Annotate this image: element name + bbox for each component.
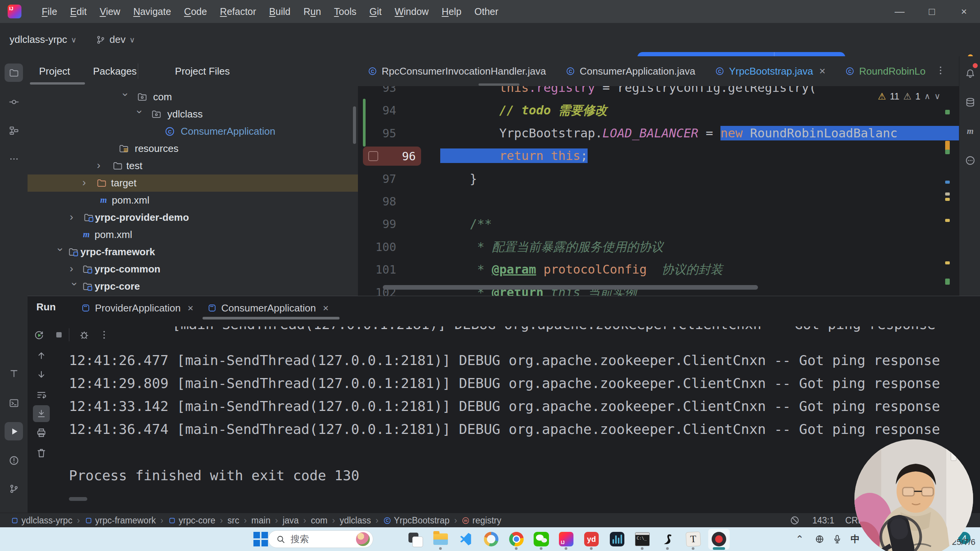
menu-help[interactable]: Help [435, 0, 468, 23]
tray-mic-button[interactable] [828, 530, 846, 548]
tree-item-yrpc-common[interactable]: ›yrpc-common [28, 261, 358, 278]
typora-button[interactable]: T [684, 530, 702, 548]
menu-build[interactable]: Build [263, 0, 297, 23]
tree-item-pom.xml[interactable]: mpom.xml [28, 226, 358, 243]
menu-navigate[interactable]: Navigate [127, 0, 178, 23]
breadcrumb-ydlclass[interactable]: ydlclass [340, 515, 371, 526]
chevron-down-icon[interactable]: › [120, 93, 131, 101]
run-tab-consumerapplication[interactable]: ConsumerApplication × [207, 296, 328, 320]
tree-item-ydlclass[interactable]: ›ydlclass [28, 106, 358, 123]
structure-tool-button[interactable] [5, 121, 23, 140]
screen-recorder-button[interactable] [710, 530, 728, 548]
tree-item-yrpc-provider-demo[interactable]: ›yrpc-provider-demo [28, 209, 358, 226]
todo-tool-button[interactable] [5, 364, 23, 383]
console-output[interactable]: [main-SendThread(127.0.0.1:2181)] DEBUG … [57, 326, 980, 509]
next-problem-icon[interactable]: ∨ [934, 91, 940, 101]
soft-wrap-button[interactable] [33, 386, 50, 403]
menu-other[interactable]: Other [468, 0, 505, 23]
console-hscrollbar[interactable] [69, 497, 87, 501]
inspections-widget[interactable]: ⚠11 ⚠1 ∧ ∨ [878, 91, 941, 102]
code-line-95[interactable]: YrpcBootstrap.LOAD_BALANCER = new RoundR… [440, 122, 959, 145]
close-tab-icon[interactable]: × [819, 65, 825, 77]
scroll-to-end-button[interactable] [33, 405, 50, 422]
console-line[interactable]: 12:41:33.142 [main-SendThread(127.0.0.1:… [69, 397, 940, 416]
code-line-101[interactable]: * @param protocolConfig 协议的封装 [440, 258, 723, 281]
console-line[interactable]: 12:41:29.809 [main-SendThread(127.0.0.1:… [69, 374, 940, 393]
tray-network-button[interactable] [811, 530, 828, 548]
terminal-app-button[interactable]: C:\_ [634, 530, 651, 548]
menu-file[interactable]: File [35, 0, 64, 23]
maximize-button[interactable]: □ [916, 0, 948, 23]
run-tab-providerapplication[interactable]: ProviderApplication × [81, 296, 193, 320]
code-line-94[interactable]: // todo 需要修改 [440, 99, 607, 122]
tree-item-yrpc-framework[interactable]: ›yrpc-framework [28, 243, 358, 261]
tab-rpcconsumerinvocationhandler[interactable]: C RpcConsumerInvocationHandler.java [358, 56, 556, 86]
run-tool-button[interactable] [5, 422, 23, 440]
code-line-99[interactable]: /** [440, 213, 492, 235]
tab-consumerapplication[interactable]: C ConsumerApplication.java [556, 56, 705, 86]
tab-yrpcbootstrap[interactable]: C YrpcBootstrap.java × [705, 56, 835, 86]
swan-app-button[interactable] [659, 530, 676, 548]
tree-item-yrpc-core[interactable]: ›yrpc-core [28, 278, 358, 295]
breadcrumb-com[interactable]: com [311, 515, 327, 526]
more-tabs-button[interactable] [932, 62, 949, 79]
next-occurrence-button[interactable] [33, 366, 50, 383]
breadcrumb-src[interactable]: src [227, 515, 239, 526]
breadcrumb-java[interactable]: java [283, 515, 299, 526]
do-not-disturb-button[interactable] [789, 513, 800, 528]
breadcrumb-registry[interactable]: mregistry [462, 515, 501, 526]
tree-item-com[interactable]: ›com [28, 88, 358, 106]
clear-console-button[interactable] [33, 445, 50, 461]
start-button[interactable] [252, 530, 270, 548]
code-line-93[interactable]: this.registry = registryConfig.getRegist… [440, 86, 817, 99]
tab-roundrobinlo[interactable]: C RoundRobinLo [835, 56, 935, 86]
close-tab-icon[interactable]: × [323, 302, 328, 314]
problems-tool-button[interactable] [5, 451, 23, 469]
breadcrumb-YrpcBootstrap[interactable]: CYrpcBootstrap [383, 515, 450, 526]
prev-occurrence-button[interactable] [33, 347, 50, 364]
youdao-button[interactable]: yd [583, 530, 600, 548]
file-explorer-button[interactable] [432, 530, 449, 548]
breadcrumb-main[interactable]: main [252, 515, 271, 526]
code-editor[interactable]: 96 93 this.registry = registryConfig.get… [358, 86, 959, 296]
print-button[interactable] [33, 424, 50, 441]
tree-item-target[interactable]: ›target [28, 174, 358, 192]
audio-app-button[interactable] [608, 530, 626, 548]
console-line[interactable]: 12:41:36.474 [main-SendThread(127.0.0.1:… [69, 420, 940, 439]
taskbar-search[interactable]: 搜索 [268, 530, 373, 548]
vscode-button[interactable] [457, 530, 474, 548]
close-tab-icon[interactable]: × [188, 302, 193, 314]
more-tools-button[interactable] [5, 150, 23, 168]
tree-item-resources[interactable]: resources [28, 140, 358, 157]
database-tool-button[interactable] [961, 93, 979, 111]
code-line-100[interactable]: * 配置当前暴露的服务使用的协议 [440, 236, 663, 258]
menu-edit[interactable]: Edit [64, 0, 93, 23]
task-view-button[interactable] [406, 530, 424, 548]
tab-strip-scrollbar[interactable] [479, 83, 519, 86]
menu-tools[interactable]: Tools [328, 0, 363, 23]
chrome-button[interactable] [508, 530, 525, 548]
chevron-right-icon[interactable]: › [70, 211, 78, 223]
chevron-right-icon[interactable]: › [97, 160, 105, 171]
breakpoint-line-96[interactable]: 96 [363, 147, 421, 166]
rerun-button[interactable] [31, 326, 47, 343]
caret-position[interactable]: 143:1 [812, 513, 835, 528]
console-line[interactable]: 12:41:26.477 [main-SendThread(127.0.0.1:… [69, 351, 940, 370]
menu-code[interactable]: Code [178, 0, 214, 23]
menu-refactor[interactable]: Refactor [214, 0, 263, 23]
breadcrumb-yrpc-framework[interactable]: yrpc-framework [85, 515, 156, 526]
menu-window[interactable]: Window [388, 0, 435, 23]
chevron-down-icon[interactable]: › [69, 282, 80, 291]
terminal-tool-button[interactable] [5, 394, 23, 412]
tree-item-ConsumerApplication[interactable]: CConsumerApplication [28, 123, 358, 140]
chevron-down-icon[interactable]: › [55, 248, 66, 256]
browser-ring-button[interactable] [482, 530, 500, 548]
breadcrumb-yrpc-core[interactable]: yrpc-core [168, 515, 216, 526]
prev-problem-icon[interactable]: ∧ [924, 91, 930, 101]
chevron-down-icon[interactable]: › [134, 110, 145, 119]
gradle-tool-button[interactable] [961, 151, 979, 170]
menu-git[interactable]: Git [363, 0, 388, 23]
chevron-right-icon[interactable]: › [82, 177, 91, 188]
project-selector[interactable]: ydlclass-yrpc∨ [10, 23, 77, 56]
menu-view[interactable]: View [93, 0, 127, 23]
